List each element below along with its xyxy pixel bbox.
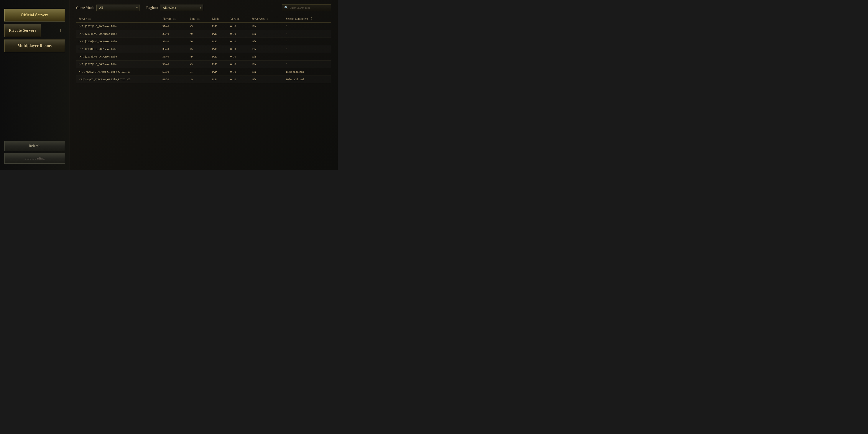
search-icon: 🔍	[284, 6, 288, 9]
cell-server-name: NA[Group02_8]PvPtest_6P Tribe_UTC01-05	[76, 76, 160, 83]
region-label: Region:	[146, 6, 158, 10]
cell-version: 0.1.0	[228, 23, 249, 30]
refresh-button[interactable]: Refresh	[4, 141, 65, 151]
cell-mode: PvP	[210, 68, 228, 76]
cell-players: 50/50	[160, 68, 187, 76]
cell-server-name: [NA] [2014]PvE_06 Person Tribe	[76, 53, 160, 61]
cell-ping: 45	[187, 23, 210, 30]
sort-icon-ping: ☰↕	[197, 18, 200, 20]
cell-season-settlement: To be published	[283, 68, 331, 76]
cell-players: 36/40	[160, 30, 187, 38]
sidebar: Official Servers Private Servers Multipl…	[0, 0, 69, 170]
cell-ping: 49	[187, 61, 210, 68]
cell-server-age: 19h	[249, 23, 283, 30]
cell-server-name: [NA] [2008]PvE_20 Person Tribe	[76, 45, 160, 53]
cell-players: 37/40	[160, 23, 187, 30]
sidebar-item-private-servers[interactable]: Private Servers	[4, 24, 41, 37]
table-body: [NA] [2002]PvE_20 Person Tribe 37/40 45 …	[76, 23, 331, 83]
table-row[interactable]: [NA] [2017]PvE_06 Person Tribe 39/40 49 …	[76, 61, 331, 68]
cell-mode: PvE	[210, 45, 228, 53]
sort-icon-age: ☰↕	[267, 18, 270, 20]
main-container: Official Servers Private Servers Multipl…	[0, 0, 338, 170]
table-row[interactable]: [NA] [2004]PvE_20 Person Tribe 36/40 40 …	[76, 30, 331, 38]
cell-players: 37/40	[160, 38, 187, 45]
sort-icon-server: ☰↕	[88, 18, 91, 20]
cell-ping: 50	[187, 38, 210, 45]
col-header-mode: Mode	[210, 16, 228, 23]
col-header-server-age[interactable]: Server Age ☰↕	[249, 16, 283, 23]
cell-version: 0.1.0	[228, 45, 249, 53]
sidebar-item-multiplayer-rooms[interactable]: Multiplayer Rooms	[4, 39, 65, 52]
table-row[interactable]: [NA] [2014]PvE_06 Person Tribe 36/40 49 …	[76, 53, 331, 61]
cell-ping: 51	[187, 68, 210, 76]
server-table: Server ☰↕ Players ☰↕ Ping ☰↕ Mode	[76, 16, 331, 83]
cell-season-settlement: /	[283, 53, 331, 61]
cell-server-age: 19h	[249, 30, 283, 38]
content-area: Game Mode All PvE PvP Region: All region…	[69, 0, 338, 170]
cell-season-settlement: /	[283, 23, 331, 30]
cell-version: 0.1.0	[228, 76, 249, 83]
game-mode-select[interactable]: All PvE PvP	[96, 5, 140, 11]
cell-players: 49/50	[160, 76, 187, 83]
cell-players: 36/40	[160, 53, 187, 61]
game-mode-select-wrapper: All PvE PvP	[96, 5, 140, 11]
cursor-caret	[60, 29, 61, 32]
cell-server-age: 19h	[249, 68, 283, 76]
cell-server-age: 19h	[249, 38, 283, 45]
cell-server-name: NA[Group02_3]PvPtest_6P Tribe_UTC01-05	[76, 68, 160, 76]
cell-mode: PvP	[210, 76, 228, 83]
cell-season-settlement: /	[283, 45, 331, 53]
game-mode-filter-group: Game Mode All PvE PvP	[76, 5, 140, 11]
search-box: 🔍	[282, 4, 331, 11]
table-header-row: Server ☰↕ Players ☰↕ Ping ☰↕ Mode	[76, 16, 331, 23]
region-filter-group: Region: All regions NA EU AS SA	[146, 5, 203, 11]
sidebar-item-official-servers[interactable]: Official Servers	[4, 9, 65, 22]
table-row[interactable]: [NA] [2006]PvE_20 Person Tribe 37/40 50 …	[76, 38, 331, 45]
nav-buttons: Official Servers Private Servers Multipl…	[4, 9, 65, 52]
table-row[interactable]: NA[Group02_3]PvPtest_6P Tribe_UTC01-05 5…	[76, 68, 331, 76]
cell-mode: PvE	[210, 30, 228, 38]
cell-version: 0.1.0	[228, 38, 249, 45]
search-input[interactable]	[290, 6, 329, 9]
region-select[interactable]: All regions NA EU AS SA	[160, 5, 203, 11]
help-icon-season[interactable]: ?	[310, 18, 313, 21]
cell-ping: 49	[187, 53, 210, 61]
cell-ping: 49	[187, 76, 210, 83]
cell-ping: 40	[187, 30, 210, 38]
cell-server-name: [NA] [2004]PvE_20 Person Tribe	[76, 30, 160, 38]
table-row[interactable]: [NA] [2008]PvE_20 Person Tribe 39/40 45 …	[76, 45, 331, 53]
cell-season-settlement: /	[283, 38, 331, 45]
cell-ping: 45	[187, 45, 210, 53]
cell-players: 39/40	[160, 45, 187, 53]
col-header-players[interactable]: Players ☰↕	[160, 16, 187, 23]
col-header-server[interactable]: Server ☰↕	[76, 16, 160, 23]
cell-mode: PvE	[210, 61, 228, 68]
cell-players: 39/40	[160, 61, 187, 68]
stop-loading-button[interactable]: Stop Loading	[4, 153, 65, 164]
cell-season-settlement: /	[283, 30, 331, 38]
cell-server-age: 19h	[249, 53, 283, 61]
sidebar-bottom: Refresh Stop Loading	[4, 141, 65, 164]
cell-version: 0.1.0	[228, 68, 249, 76]
col-header-ping[interactable]: Ping ☰↕	[187, 16, 210, 23]
table-header: Server ☰↕ Players ☰↕ Ping ☰↕ Mode	[76, 16, 331, 23]
game-mode-label: Game Mode	[76, 6, 94, 10]
cell-version: 0.1.0	[228, 53, 249, 61]
col-header-version: Version	[228, 16, 249, 23]
cell-season-settlement: /	[283, 61, 331, 68]
cell-server-age: 19h	[249, 45, 283, 53]
cell-server-name: [NA] [2002]PvE_20 Person Tribe	[76, 23, 160, 30]
filters-bar: Game Mode All PvE PvP Region: All region…	[76, 4, 331, 11]
region-select-wrapper: All regions NA EU AS SA	[160, 5, 203, 11]
cell-server-age: 19h	[249, 76, 283, 83]
cell-version: 0.1.0	[228, 61, 249, 68]
cell-season-settlement: To be published	[283, 76, 331, 83]
table-row[interactable]: NA[Group02_8]PvPtest_6P Tribe_UTC01-05 4…	[76, 76, 331, 83]
cell-version: 0.1.0	[228, 30, 249, 38]
cell-server-name: [NA] [2006]PvE_20 Person Tribe	[76, 38, 160, 45]
sort-icon-players: ☰↕	[173, 18, 176, 20]
cell-server-age: 19h	[249, 61, 283, 68]
table-row[interactable]: [NA] [2002]PvE_20 Person Tribe 37/40 45 …	[76, 23, 331, 30]
cell-mode: PvE	[210, 38, 228, 45]
col-header-season-settlement: Season Settlement ?	[283, 16, 331, 23]
